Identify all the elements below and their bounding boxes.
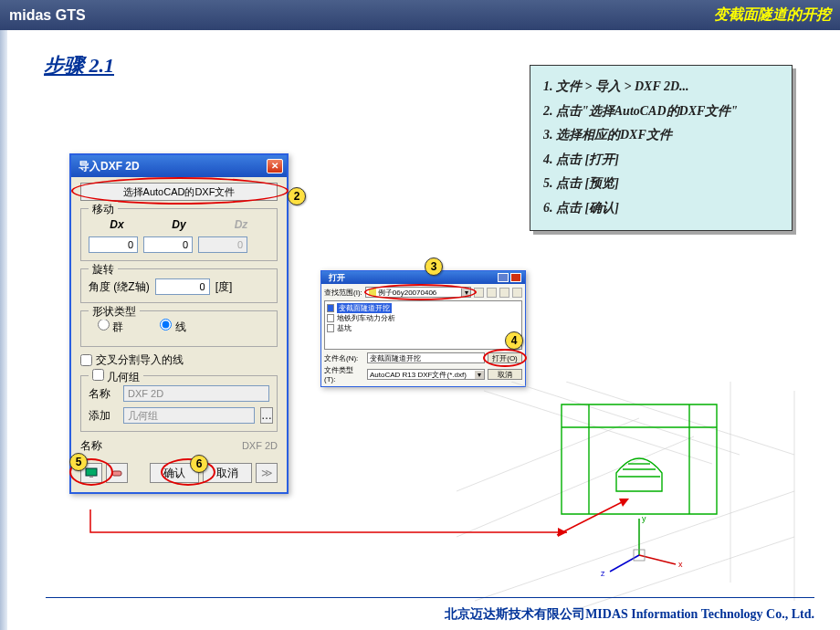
svg-text:y: y	[642, 514, 646, 523]
move-legend: 移动	[89, 202, 118, 217]
dialog-title: 导入DXF 2D	[75, 159, 140, 174]
close-icon[interactable]: ✕	[267, 159, 283, 173]
instruction-5: 5. 点击 [预览]	[543, 172, 779, 196]
geom-add-button[interactable]: …	[260, 407, 273, 424]
geom-fieldset: 几何组 名称 添加 …	[80, 375, 278, 432]
footer-divider	[46, 597, 814, 598]
select-dxf-button[interactable]: 选择AutoCAD的DXF文件	[80, 183, 278, 201]
geom-add-label: 添加	[89, 408, 118, 424]
name2-label: 名称	[80, 438, 110, 454]
close-icon[interactable]	[510, 273, 521, 282]
svg-line-23	[610, 555, 639, 572]
newfolder-icon[interactable]	[499, 288, 509, 298]
left-accent-bar	[0, 30, 7, 630]
up-icon[interactable]	[487, 288, 497, 298]
file-cancel-button[interactable]: 取消	[488, 369, 522, 380]
dialog-titlebar[interactable]: 导入DXF 2D ✕	[71, 155, 287, 177]
file-open-dialog: 打开 查找范围(I): 例子06y20070406 ▾	[320, 270, 526, 387]
instruction-box: 1. 文件 > 导入 > DXF 2D... 2. 点击"选择AutoCAD的D…	[530, 65, 793, 231]
angle-input[interactable]	[155, 278, 210, 295]
help-icon[interactable]	[498, 273, 509, 282]
marker-3: 3	[425, 257, 443, 276]
svg-line-9	[475, 491, 794, 601]
geom-name-input	[123, 385, 269, 402]
app-title: midas GTS	[9, 7, 86, 24]
file-item-3[interactable]: 基坑	[327, 323, 520, 333]
svg-line-8	[457, 436, 694, 537]
marker-4: 4	[505, 331, 523, 350]
cross-split-label: 交叉分割导入的线	[96, 352, 184, 368]
file-item-1[interactable]: 变截面隧道开挖	[327, 303, 520, 313]
svg-line-5	[511, 382, 740, 455]
folder-name: 例子06y20070406	[378, 288, 437, 298]
dy-input[interactable]	[143, 236, 193, 253]
instruction-4: 4. 点击 [打开]	[543, 148, 779, 173]
dx-input[interactable]	[89, 236, 138, 253]
folder-combo[interactable]: 例子06y20070406 ▾	[365, 287, 471, 298]
filename-label: 文件名(N):	[324, 353, 364, 363]
radio-group[interactable]: 群	[98, 319, 123, 335]
file-icon	[327, 324, 334, 332]
file-icon	[327, 314, 334, 322]
chevron-down-icon[interactable]: ▾	[461, 289, 470, 297]
dz-label: Dz	[213, 218, 269, 231]
cross-split-checkbox[interactable]	[80, 354, 92, 366]
instruction-3: 3. 选择相应的DXF文件	[543, 123, 779, 148]
svg-line-6	[566, 382, 794, 455]
filetype-combo[interactable]: AutoCAD R13 DXF文件(*.dxf)▾	[367, 369, 485, 380]
file-item-2[interactable]: 地铁列车动力分析	[327, 313, 520, 323]
import-dxf-dialog: 导入DXF 2D ✕ 选择AutoCAD的DXF文件 移动 Dx Dy Dz	[69, 153, 289, 494]
svg-rect-1	[89, 476, 93, 478]
instruction-6: 6. 点击 [确认]	[543, 196, 779, 221]
svg-rect-2	[112, 471, 121, 476]
svg-rect-0	[86, 468, 97, 476]
geom-add-input	[123, 407, 255, 424]
instruction-2: 2. 点击"选择AutoCAD的DXF文件"	[543, 100, 779, 124]
filename-input[interactable]: 变截面隧道开挖	[367, 352, 485, 363]
file-list[interactable]: 变截面隧道开挖 地铁列车动力分析 基坑	[324, 300, 522, 350]
shape-fieldset: 形状类型 群 线	[80, 310, 278, 347]
filetype-label: 文件类型(T):	[324, 365, 364, 383]
tool-button[interactable]	[106, 463, 128, 483]
radio-line[interactable]: 线	[160, 319, 185, 335]
rotate-legend: 旋转	[89, 262, 118, 278]
shape-legend: 形状类型	[89, 304, 140, 320]
marker-2: 2	[288, 187, 306, 205]
move-fieldset: 移动 Dx Dy Dz	[80, 208, 278, 261]
eraser-icon	[110, 467, 123, 478]
geom-legend: 几何组	[107, 371, 140, 383]
svg-text:z: z	[601, 569, 605, 578]
geom-checkbox[interactable]	[92, 369, 104, 381]
geom-name-label: 名称	[89, 386, 118, 402]
svg-line-7	[457, 418, 639, 491]
cancel-button[interactable]: 取消	[203, 463, 252, 483]
file-icon	[327, 304, 334, 312]
name2-input[interactable]	[115, 437, 278, 454]
cad-preview: y x z	[457, 382, 803, 610]
dx-label: Dx	[89, 218, 145, 231]
marker-6: 6	[190, 455, 208, 473]
angle-unit: [度]	[215, 279, 233, 295]
instruction-1: 1. 文件 > 导入 > DXF 2D...	[543, 75, 779, 100]
open-button[interactable]: 打开(O)	[488, 352, 522, 363]
page-subtitle: 变截面隧道的开挖	[714, 5, 831, 25]
dz-input	[198, 236, 247, 253]
marker-5: 5	[69, 453, 88, 471]
dy-label: Dy	[151, 218, 207, 231]
footer-text: 北京迈达斯技术有限公司MIDAS Information Technology …	[445, 606, 814, 623]
file-dialog-titlebar[interactable]: 打开	[321, 271, 525, 284]
monitor-icon	[85, 467, 98, 478]
rotate-fieldset: 旋转 角度 (绕Z轴) [度]	[80, 268, 278, 303]
lookin-label: 查找范围(I):	[324, 288, 362, 298]
folder-icon	[369, 289, 376, 296]
angle-label: 角度 (绕Z轴)	[89, 279, 150, 295]
back-icon[interactable]	[474, 288, 484, 298]
file-dialog-title: 打开	[325, 272, 345, 284]
svg-line-10	[575, 537, 794, 610]
apply-arrow-button[interactable]: ≫	[256, 463, 278, 483]
view-icon[interactable]	[512, 288, 522, 298]
svg-text:x: x	[678, 560, 683, 569]
